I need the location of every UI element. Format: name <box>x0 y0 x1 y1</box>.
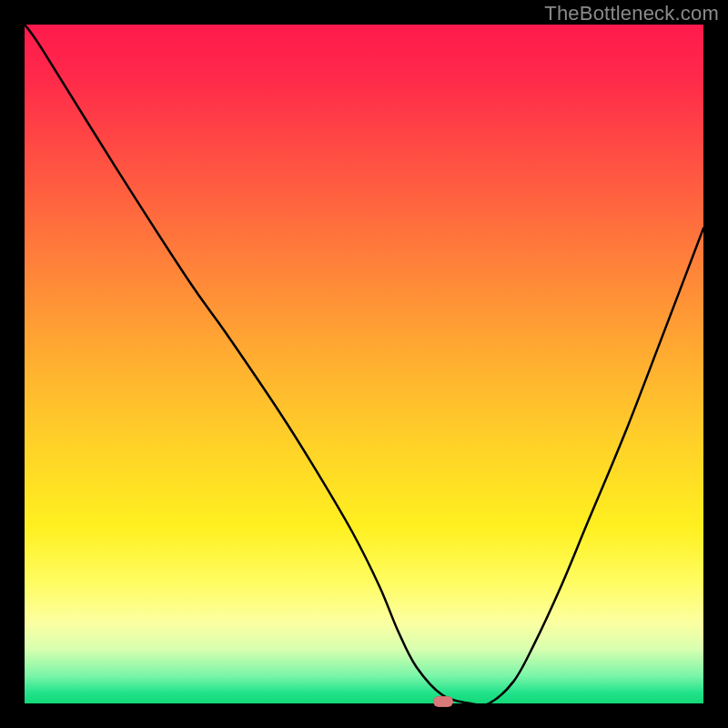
chart-frame: TheBottleneck.com <box>0 0 728 728</box>
plot-area <box>25 25 703 703</box>
optimal-marker <box>433 696 453 707</box>
watermark-label: TheBottleneck.com <box>544 2 719 25</box>
